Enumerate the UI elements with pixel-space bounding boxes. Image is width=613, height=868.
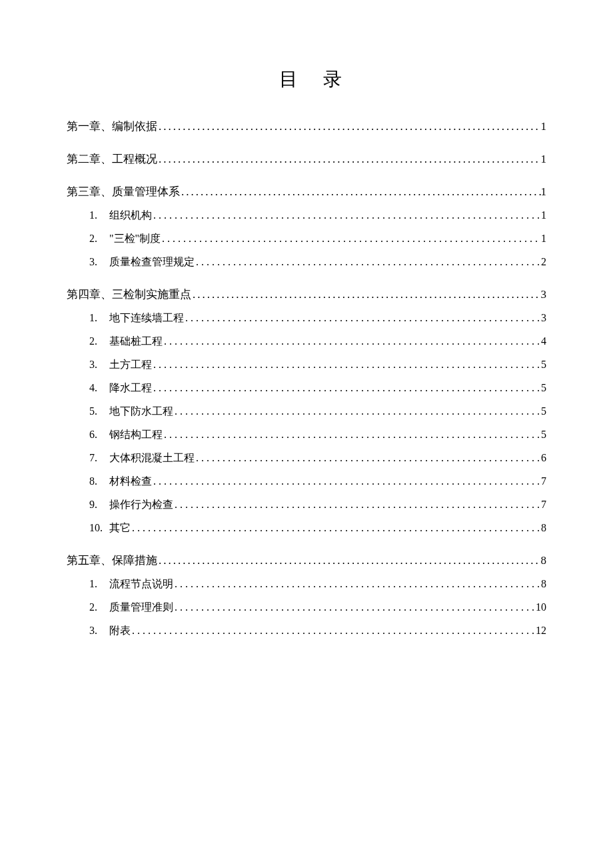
toc-sub-label: 2. 基础桩工程 [89,335,163,349]
toc-page-number: 8 [541,554,547,567]
toc-page-number: 10 [536,601,546,613]
toc-leader [152,382,541,394]
toc-sub-label: 1. 组织机构 [89,209,152,223]
table-of-contents: 第一章、编制依据 1 第二章、工程概况 1 第三章、质量管理体系 1 1. 组织… [67,119,546,638]
toc-sub-entry: 10. 其它 8 [67,521,546,535]
toc-sub-label: 8. 材料检查 [89,475,152,489]
toc-leader [191,288,541,301]
toc-page-number: 5 [541,405,546,417]
toc-leader [131,522,541,534]
toc-sub-label: 1. 地下连续墙工程 [89,311,184,325]
toc-page-number: 8 [541,522,546,534]
toc-page-number: 7 [541,499,546,511]
toc-leader [152,475,541,487]
toc-chapter-entry: 第五章、保障措施 8 [67,553,546,568]
toc-leader [131,625,536,637]
toc-page-number: 3 [541,312,546,324]
toc-page-number: 1 [541,153,547,166]
toc-chapter-entry: 第四章、三检制实施重点 3 [67,287,546,302]
toc-sub-entry: 9. 操作行为检查 7 [67,498,546,512]
toc-chapter-entry: 第一章、编制依据 1 [67,119,546,134]
toc-sub-label: 2. "三检"制度 [89,232,161,246]
toc-sub-entry: 5. 地下防水工程 5 [67,405,546,419]
toc-sub-entry: 2. "三检"制度 1 [67,232,546,246]
toc-page-number: 5 [541,359,546,371]
toc-page-number: 7 [541,475,546,487]
toc-sub-label: 6. 钢结构工程 [89,428,163,442]
toc-sub-label: 3. 附表 [89,624,131,638]
toc-leader [157,120,541,133]
toc-chapter-entry: 第三章、质量管理体系 1 [67,184,546,199]
toc-sub-entry: 1. 地下连续墙工程 3 [67,311,546,325]
toc-leader [152,359,541,371]
toc-page-number: 5 [541,429,546,441]
toc-chapter-label: 第三章、质量管理体系 [67,184,180,199]
toc-sub-label: 10. 其它 [89,521,131,535]
toc-page-number: 12 [536,625,546,637]
toc-page-number: 1 [541,120,547,133]
toc-sub-entry: 3. 质量检查管理规定 2 [67,255,546,269]
toc-page-number: 5 [541,382,546,394]
toc-sub-label: 3. 质量检查管理规定 [89,255,195,269]
toc-leader [173,578,541,590]
toc-sub-label: 7. 大体积混凝土工程 [89,451,195,465]
toc-sub-label: 2. 质量管理准则 [89,601,173,615]
toc-leader [157,153,541,166]
page-title: 目录 [67,67,546,92]
toc-leader [163,335,541,347]
toc-sub-label: 5. 地下防水工程 [89,405,173,419]
toc-leader [157,554,541,567]
toc-page-number: 2 [541,256,546,268]
toc-sub-entry: 6. 钢结构工程 5 [67,428,546,442]
toc-page-number: 4 [541,335,546,347]
toc-sub-label: 9. 操作行为检查 [89,498,173,512]
toc-sub-label: 3. 土方工程 [89,358,152,372]
toc-leader [173,405,541,417]
toc-leader [161,233,541,245]
toc-leader [180,185,541,199]
toc-sub-entry: 3. 土方工程 5 [67,358,546,372]
toc-leader [195,452,541,464]
toc-chapter-entry: 第二章、工程概况 1 [67,151,546,167]
toc-leader [184,312,541,324]
toc-chapter-label: 第四章、三检制实施重点 [67,287,191,302]
toc-chapter-label: 第二章、工程概况 [67,151,157,167]
toc-leader [173,601,536,613]
toc-chapter-label: 第五章、保障措施 [67,553,157,568]
toc-sub-entry: 1. 流程节点说明 8 [67,577,546,591]
toc-leader [195,256,541,268]
toc-page-number: 1 [541,185,547,199]
toc-page-number: 6 [541,452,546,464]
toc-leader [152,209,541,221]
toc-sub-entry: 1. 组织机构 1 [67,209,546,223]
toc-sub-label: 4. 降水工程 [89,381,152,395]
toc-sub-entry: 8. 材料检查 7 [67,475,546,489]
toc-page-number: 1 [541,209,546,221]
toc-sub-entry: 3. 附表 12 [67,624,546,638]
toc-leader [173,499,541,511]
toc-chapter-label: 第一章、编制依据 [67,119,157,134]
toc-page-number: 1 [541,233,546,245]
toc-sub-entry: 7. 大体积混凝土工程 6 [67,451,546,465]
toc-sub-entry: 2. 质量管理准则 10 [67,601,546,615]
toc-page-number: 8 [541,578,546,590]
toc-sub-entry: 2. 基础桩工程 4 [67,335,546,349]
toc-page-number: 3 [541,288,547,301]
toc-leader [163,429,541,441]
toc-sub-entry: 4. 降水工程 5 [67,381,546,395]
toc-sub-label: 1. 流程节点说明 [89,577,173,591]
